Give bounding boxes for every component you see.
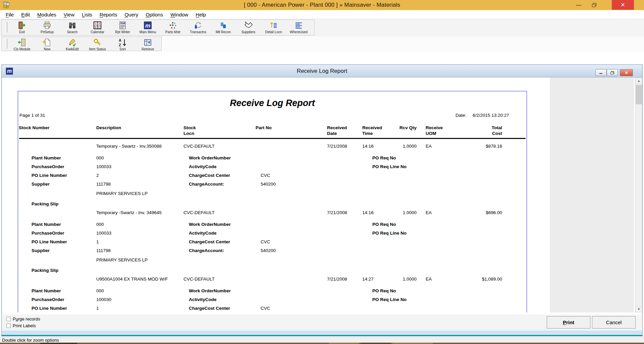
- field-label: Supplier: [32, 248, 50, 253]
- header-divider: [19, 138, 526, 139]
- menu-item-file[interactable]: File: [2, 11, 17, 18]
- page-indicator: Page 1 of 31: [19, 113, 45, 118]
- toolbar-row-2: Cls ModuleNewKwikEditItem StatusAZSortRe…: [0, 36, 644, 52]
- toolbar-group-2: Cls ModuleNewKwikEditItem StatusAZSortRe…: [1, 37, 162, 51]
- toolbar-button-print-setup[interactable]: PrtSetup: [35, 20, 60, 34]
- record-received-date: 7/21/2008: [327, 143, 347, 149]
- report-record: Temporary -Swartz - Inv. 349645CVC-DEFAU…: [18, 210, 527, 276]
- menu-item-help[interactable]: Help: [192, 11, 210, 18]
- record-uom: EA: [426, 210, 432, 215]
- field-value: CVC: [261, 173, 270, 178]
- toolbar-row-1: ExitPrtSetupSearch1288CalendarCHTRpt Wri…: [0, 19, 644, 36]
- field-value: 1: [96, 239, 99, 245]
- toolbar-button-report-writer[interactable]: CHTRpt Writer: [110, 20, 135, 34]
- menu-item-view[interactable]: View: [60, 11, 78, 18]
- toolbar-button-label: Main Menu: [140, 30, 156, 34]
- record-stock-locn: CVC-DEFAULT: [183, 210, 215, 215]
- dialog-title: Receive Log Report: [2, 68, 642, 75]
- minimize-icon: —: [576, 2, 581, 8]
- close-button[interactable]: ✕: [612, 0, 634, 10]
- dialog-close-button[interactable]: ✕: [620, 69, 633, 76]
- restore-icon: [610, 71, 614, 75]
- toolbar-button-kwik-edit[interactable]: KwikEdit: [60, 37, 85, 51]
- menu-item-options[interactable]: Options: [142, 11, 167, 18]
- report-viewer[interactable]: Receive Log Report Page 1 of 31 Date: 6/…: [2, 78, 634, 312]
- suppliers-icon: [244, 21, 253, 30]
- restore-button[interactable]: [586, 0, 602, 10]
- toolbar-button-main-menu[interactable]: mMain Menu: [135, 20, 160, 34]
- toolbar-button-where-used[interactable]: WhereUsed: [286, 20, 311, 34]
- status-bar: Double click for zoom options: [0, 337, 644, 343]
- record-description: Temporary -Swartz - Inv. 349645: [96, 210, 162, 215]
- vertical-scrollbar[interactable]: ▲ ▼: [635, 78, 642, 312]
- field-label: Plant Number: [32, 288, 61, 294]
- close-icon: ✕: [621, 2, 625, 8]
- checkbox-box[interactable]: [6, 324, 11, 328]
- toolbar-button-suppliers[interactable]: Suppliers: [236, 20, 261, 34]
- scroll-down-button[interactable]: ▼: [635, 306, 642, 312]
- menu-item-window[interactable]: Window: [167, 11, 192, 18]
- menu-item-reports[interactable]: Reports: [96, 11, 121, 18]
- toolbar-button-sort[interactable]: AZSort: [110, 37, 135, 51]
- svg-text:8: 8: [95, 26, 96, 29]
- checkbox-purge-records[interactable]: Purge records: [6, 316, 40, 322]
- field-value: 100030: [96, 297, 111, 302]
- toolbar-button-close-module[interactable]: Cls Module: [9, 37, 35, 51]
- menu-item-modules[interactable]: Modules: [34, 11, 60, 18]
- toolbar-button-new[interactable]: New: [35, 37, 60, 51]
- cancel-button[interactable]: Cancel: [592, 316, 636, 329]
- print-button[interactable]: Print: [547, 316, 590, 329]
- field-label: PO Req No: [372, 222, 396, 227]
- toolbar-button-parts-master[interactable]: Parts Mstr: [160, 20, 185, 34]
- minimize-button[interactable]: —: [571, 0, 586, 10]
- arrow-up-icon: ▲: [637, 79, 640, 83]
- svg-text:m: m: [145, 22, 150, 29]
- dialog-restore-button[interactable]: [607, 69, 618, 76]
- checkbox-print-labels[interactable]: Print Labels: [6, 323, 36, 328]
- dialog-bottom-strip: [2, 331, 642, 336]
- toolbar-group-1: ExitPrtSetupSearch1288CalendarCHTRpt Wri…: [1, 19, 315, 36]
- col-header-received-time: Received Time: [362, 125, 382, 136]
- exit-icon: [17, 21, 26, 30]
- toolbar-button-calendar[interactable]: 1288Calendar: [85, 20, 110, 34]
- scroll-up-button[interactable]: ▲: [635, 78, 642, 84]
- toolbar-grip[interactable]: [6, 39, 7, 49]
- scrollbar-thumb[interactable]: [636, 85, 642, 104]
- toolbar-button-retrieve[interactable]: Retrieve: [135, 37, 160, 51]
- toolbar-button-label: Calendar: [91, 30, 104, 34]
- toolbar-button-detail-location[interactable]: Detail Locn: [261, 20, 286, 34]
- toolbar-button-item-status[interactable]: Item Status: [85, 37, 110, 51]
- field-label: PurchaseOrder: [32, 230, 64, 236]
- report-records: Temporary - Swartz - Inv.350088CVC-DEFAU…: [18, 143, 527, 312]
- taskbar-strip: [0, 343, 644, 344]
- toolbar-grip[interactable]: [6, 22, 7, 33]
- application-window: [ 000 - American Power - Plant 000 ] » M…: [0, 0, 644, 344]
- search-icon: [68, 21, 77, 30]
- menu-bar: FileEditModulesViewListsReportsQueryOpti…: [0, 10, 644, 19]
- item-status-icon: [93, 38, 102, 47]
- field-label: ActivityCode: [189, 230, 217, 236]
- menu-item-lists[interactable]: Lists: [78, 11, 96, 18]
- record-total-cost: $878.16: [461, 143, 502, 149]
- menu-item-query[interactable]: Query: [121, 11, 142, 18]
- checkbox-box[interactable]: [6, 317, 11, 321]
- record-received-time: 14:27: [362, 276, 374, 282]
- col-header-description: Description: [96, 125, 121, 131]
- col-header-part-no: Part No: [256, 125, 272, 131]
- dialog-minimize-button[interactable]: [595, 69, 606, 76]
- menu-item-edit[interactable]: Edit: [17, 11, 34, 18]
- record-received-date: 7/21/2008: [327, 210, 347, 215]
- toolbar-button-exit[interactable]: Exit: [9, 20, 35, 34]
- record-total-cost: $696.00: [461, 210, 502, 215]
- record-total-cost: $1,089.00: [461, 276, 502, 282]
- field-value: CVC: [261, 239, 270, 245]
- toolbar-button-transactions[interactable]: Transactns: [185, 20, 211, 34]
- where-used-icon: [294, 21, 303, 30]
- field-label: PurchaseOrder: [32, 297, 64, 302]
- toolbar-button-search[interactable]: Search: [60, 20, 85, 34]
- col-header-receive-uom: Receive UOM: [426, 125, 443, 136]
- field-label: PO Req No: [372, 155, 396, 161]
- record-supplier-name: PRIMARY SERVICES LP: [96, 191, 148, 196]
- field-label: ActivityCode: [189, 297, 217, 302]
- toolbar-button-material-recon[interactable]: Mtl Recon: [211, 20, 236, 34]
